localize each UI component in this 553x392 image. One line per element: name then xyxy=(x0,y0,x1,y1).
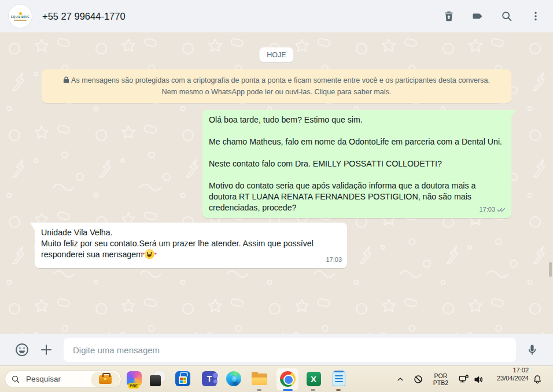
message-time: 17:03 xyxy=(479,204,495,215)
message-line: Unidade Vila Velha. xyxy=(41,227,341,238)
message-paragraph: Neste contato falo com Dra. EMILLY POSSA… xyxy=(209,158,505,169)
chat-scrollbar-thumb[interactable] xyxy=(549,262,552,277)
message-meta: 17:03 xyxy=(479,204,506,215)
attach-plus-icon[interactable] xyxy=(38,342,54,358)
taskbar-edge-icon[interactable] xyxy=(226,371,242,387)
taskbar-excel-icon[interactable]: X xyxy=(305,371,322,387)
taskbar-search-box[interactable] xyxy=(5,370,121,388)
contact-phone-number[interactable]: +55 27 99644-1770 xyxy=(42,0,126,32)
microphone-icon[interactable] xyxy=(524,342,540,358)
chat-scroll-area[interactable]: HOJE As mensagens são protegidas com a c… xyxy=(0,32,553,334)
message-paragraph: Me chamo Matheus, falo em nome da Odonto… xyxy=(209,136,505,147)
taskbar-notepad-icon[interactable] xyxy=(331,371,347,387)
tray-time: 17:02 xyxy=(513,366,529,374)
keyboard-layout: PTB2 xyxy=(433,379,448,386)
taskbar-chrome-icon[interactable] xyxy=(279,371,296,387)
outgoing-message[interactable]: Olá boa tarde, tudo bem? Estimo que sim.… xyxy=(202,110,511,218)
tray-network-icon[interactable] xyxy=(458,366,469,392)
contact-avatar[interactable]: EQUILIBRIC xyxy=(9,5,32,28)
bubble-tail xyxy=(30,223,35,230)
menu-kebab-icon[interactable] xyxy=(529,9,543,23)
chat-header: EQUILIBRIC +55 27 99644-1770 xyxy=(0,0,553,32)
avatar-subtext-line xyxy=(14,20,27,21)
message-paragraph: Motivo do contato seria que após validaç… xyxy=(209,180,505,213)
running-indicator-excel xyxy=(311,389,315,391)
search-icon xyxy=(11,375,20,384)
message-meta: 17:03 xyxy=(326,254,342,265)
date-divider: HOJE xyxy=(259,47,293,62)
running-indicator-chrome-active xyxy=(283,389,293,391)
briefcase-icon xyxy=(99,375,112,384)
taskbar-copilot-icon[interactable]: PRE xyxy=(126,371,142,387)
whatsapp-window: EQUILIBRIC +55 27 99644-1770 xyxy=(0,0,553,392)
message-input[interactable] xyxy=(64,338,516,362)
header-actions xyxy=(442,0,543,32)
search-icon[interactable] xyxy=(500,9,514,23)
message-time: 17:03 xyxy=(326,254,342,265)
message-line: Muito feliz por seu contato.Será um praz… xyxy=(41,239,314,259)
taskbar-microsoft-store-icon[interactable] xyxy=(175,371,191,387)
avatar-sun-logo xyxy=(19,12,22,15)
encryption-notice[interactable]: As mensagens são protegidas com a cripto… xyxy=(42,69,511,103)
taskbar-file-explorer-icon[interactable] xyxy=(251,371,267,387)
tray-date: 23/04/2024 xyxy=(497,374,529,382)
label-icon[interactable] xyxy=(471,9,485,23)
copilot-pre-badge: PRE xyxy=(128,383,139,389)
running-indicator-file-explorer xyxy=(257,389,261,391)
tray-language-indicator[interactable]: POR PTB2 xyxy=(430,366,451,392)
taskbar-task-view-icon[interactable] xyxy=(149,371,165,387)
language-code: POR xyxy=(434,372,448,379)
tray-muted-icon[interactable] xyxy=(413,366,423,392)
search-highlight-chip[interactable] xyxy=(91,372,120,387)
lock-icon xyxy=(63,76,69,83)
delete-icon[interactable] xyxy=(442,9,456,23)
incoming-message[interactable]: Unidade Vila Velha. Muito feliz por seu … xyxy=(35,223,347,268)
tray-notifications-bell-icon[interactable] xyxy=(532,366,543,392)
avatar-brand-text: EQUILIBRIC xyxy=(11,16,30,19)
smiling-face-with-hearts-emoji: ♥♥ xyxy=(145,249,154,259)
encryption-notice-text: As mensagens são protegidas com a cripto… xyxy=(71,76,490,96)
taskbar-teams-icon[interactable]: T xyxy=(201,371,217,387)
tray-volume-icon[interactable] xyxy=(473,366,484,392)
tray-chevron-up-icon[interactable] xyxy=(396,366,405,392)
double-check-icon xyxy=(497,206,506,213)
emoji-picker-icon[interactable] xyxy=(14,342,30,358)
message-paragraph: Olá boa tarde, tudo bem? Estimo que sim. xyxy=(209,114,505,125)
tray-clock[interactable]: 17:02 23/04/2024 xyxy=(489,366,529,392)
taskbar-search-input[interactable] xyxy=(25,374,83,384)
running-indicator-notepad xyxy=(336,389,341,391)
windows-taskbar: PRE T X xyxy=(0,365,553,392)
message-composer-bar xyxy=(0,334,553,365)
bubble-tail xyxy=(511,110,516,117)
message-line-wrap: Muito feliz por seu contato.Será um praz… xyxy=(41,238,341,260)
